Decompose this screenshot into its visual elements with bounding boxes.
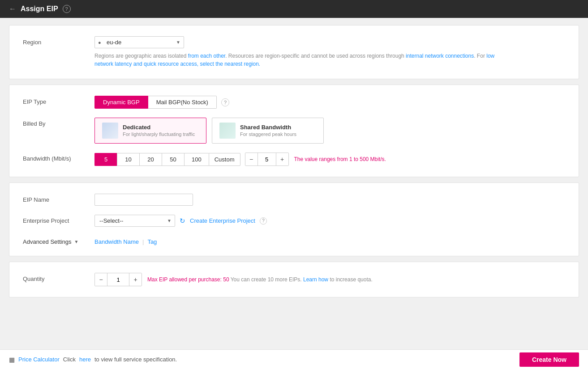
bandwidth-control: 5 10 20 50 100 Custom − + The value rang… [94,153,565,166]
bandwidth-increment-button[interactable]: + [276,153,288,165]
region-card: Region ● eu-de ▼ Regions are geographic … [9,25,579,79]
eip-details-card: EIP Name Enterprise Project --Select-- ▼… [9,182,579,256]
quantity-increment-button[interactable]: + [129,273,142,286]
quantity-decrement-button[interactable]: − [95,273,107,286]
region-label: Region [23,36,94,46]
billing-dedicated-desc: For light/sharply fluctuating traffic [123,131,195,137]
quantity-label: Quantity [23,273,94,282]
bw-5-button[interactable]: 5 [94,153,117,166]
quantity-max-value: 50 [223,276,229,283]
dedicated-icon [102,123,118,139]
region-dropdown-arrow: ▼ [176,40,180,45]
enterprise-project-select[interactable]: --Select-- [94,215,175,227]
page-header: ← Assign EIP ? [0,0,588,18]
region-link-from[interactable]: from each other [188,53,225,59]
create-enterprise-project-link[interactable]: Create Enterprise Project [190,217,255,224]
bandwidth-decrement-button[interactable]: − [245,153,258,165]
bw-50-button[interactable]: 50 [162,153,184,166]
eip-type-control: Dynamic BGP Mail BGP(No Stock) ? [94,96,565,109]
eip-type-label: EIP Type [23,96,94,105]
eip-type-row: EIP Type Dynamic BGP Mail BGP(No Stock) … [23,96,565,109]
billing-dedicated-title: Dedicated [123,124,195,131]
location-icon: ● [98,40,101,45]
back-button[interactable]: ← [9,5,16,13]
advanced-settings-label: Advanced Settings ▼ [23,236,94,245]
advanced-settings-links: Bandwidth Name | Tag [94,236,565,245]
bw-20-button[interactable]: 20 [139,153,162,166]
billing-shared-title: Shared Bandwidth [240,124,296,131]
advanced-settings-control: Bandwidth Name | Tag [94,236,565,245]
bandwidth-label: Bandwidth (Mbit/s) [23,153,94,162]
tag-link[interactable]: Tag [147,238,157,245]
page-title: Assign EIP [21,5,58,13]
region-select[interactable]: eu-de [94,36,184,48]
enterprise-row: --Select-- ▼ ↻ Create Enterprise Project… [94,215,565,227]
billing-dedicated-card[interactable]: Dedicated For light/sharply fluctuating … [94,118,206,144]
region-select-wrapper: ● eu-de ▼ [94,36,184,48]
quantity-control: − + Max EIP allowed per purchase: 50 You… [94,273,565,286]
bw-100-button[interactable]: 100 [184,153,209,166]
quantity-stepper: − + [94,273,142,286]
billing-shared-desc: For staggered peak hours [240,131,296,137]
eip-name-row: EIP Name [23,194,565,206]
header-help-icon[interactable]: ? [63,5,71,13]
enterprise-project-label: Enterprise Project [23,215,94,224]
billing-dedicated-text: Dedicated For light/sharply fluctuating … [123,124,195,137]
billing-shared-text: Shared Bandwidth For staggered peak hour… [240,124,296,137]
shared-icon [219,123,236,139]
bandwidth-row: Bandwidth (Mbit/s) 5 10 20 50 100 Custom… [23,153,565,166]
eip-mail-bgp-button[interactable]: Mail BGP(No Stock) [148,96,217,109]
bw-custom-button[interactable]: Custom [209,153,240,166]
bandwidth-range-hint: The value ranges from 1 to 500 Mbit/s. [294,156,386,162]
quantity-row-inner: − + Max EIP allowed per purchase: 50 You… [94,273,565,286]
region-link-internal[interactable]: internal network connections [406,53,474,59]
eip-name-input[interactable] [94,194,193,206]
region-hint: Regions are geographic areas isolated fr… [94,52,498,68]
enterprise-project-control: --Select-- ▼ ↻ Create Enterprise Project… [94,215,565,227]
advanced-settings-toggle[interactable]: Advanced Settings ▼ [23,238,94,245]
advanced-settings-text: Advanced Settings [23,238,71,245]
eip-name-label: EIP Name [23,194,94,203]
billing-cards: Dedicated For light/sharply fluctuating … [94,118,565,144]
region-row: Region ● eu-de ▼ Regions are geographic … [23,36,565,68]
learn-how-link[interactable]: Learn how [303,276,328,283]
bandwidth-options: 5 10 20 50 100 Custom − + The value rang… [94,153,565,166]
bandwidth-stepper: − + [245,153,289,166]
ep-select-wrapper: --Select-- ▼ [94,215,175,227]
bandwidth-name-link[interactable]: Bandwidth Name [94,238,139,245]
bw-10-button[interactable]: 10 [117,153,139,166]
billing-shared-card[interactable]: Shared Bandwidth For staggered peak hour… [212,118,324,144]
region-control: ● eu-de ▼ Regions are geographic areas i… [94,36,565,68]
advanced-settings-arrow: ▼ [74,239,78,244]
quantity-hint-middle: You can create 10 more EIPs. [229,276,303,283]
eip-dynamic-bgp-button[interactable]: Dynamic BGP [94,96,148,109]
eip-type-group: Dynamic BGP Mail BGP(No Stock) ? [94,96,565,109]
billed-by-row: Billed By Dedicated For light/sharply fl… [23,118,565,144]
main-content: Region ● eu-de ▼ Regions are geographic … [0,18,588,324]
quantity-input[interactable] [107,276,129,283]
quantity-row: Quantity − + Max EIP allowed per purchas… [23,273,565,286]
advanced-separator: | [142,238,144,245]
quantity-hint: Max EIP allowed per purchase: 50 You can… [147,276,373,283]
enterprise-project-row: Enterprise Project --Select-- ▼ ↻ Create… [23,215,565,227]
quantity-max-prefix: Max EIP allowed per purchase: [147,276,223,283]
eip-type-help-icon[interactable]: ? [221,98,229,106]
eip-settings-card: EIP Type Dynamic BGP Mail BGP(No Stock) … [9,85,579,177]
quantity-card: Quantity − + Max EIP allowed per purchas… [9,262,579,297]
quantity-hint-suffix: to increase quota. [328,276,373,283]
ep-help-icon[interactable]: ? [260,217,267,225]
advanced-settings-row: Advanced Settings ▼ Bandwidth Name | Tag [23,236,565,245]
eip-name-control [94,194,565,206]
bandwidth-input[interactable] [258,156,276,163]
billed-by-control: Dedicated For light/sharply fluctuating … [94,118,565,144]
billed-by-label: Billed By [23,118,94,127]
ep-refresh-icon[interactable]: ↻ [180,217,185,225]
